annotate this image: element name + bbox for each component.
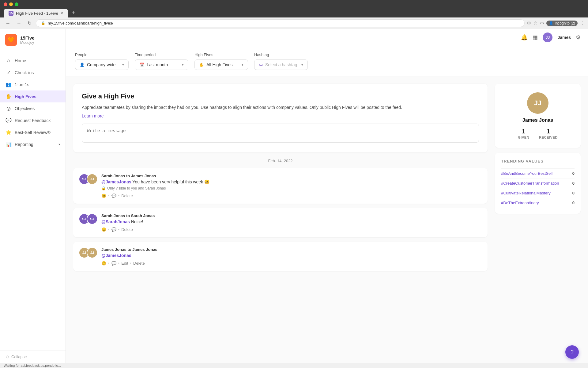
feed-from-to: Sarah Jonas to Sarah Jonas — [101, 213, 482, 218]
side-panel: JJ James Jonas 1 GIVEN 1 RECEIVED — [495, 84, 581, 275]
give-highfive-title: Give a High Five — [82, 92, 479, 100]
highfives-filter-select[interactable]: ✋ All High Fives ▾ — [194, 59, 248, 70]
trending-tag[interactable]: #CreateCustomerTransformation — [501, 181, 559, 186]
feed-body: Sarah Jonas to Sarah Jonas @SarahJonas N… — [101, 213, 482, 232]
comment-icon[interactable]: 💬 — [111, 227, 116, 232]
traffic-light-yellow[interactable] — [9, 2, 13, 6]
trending-tag[interactable]: #BeAndBecomeYourBestSelf — [501, 171, 553, 176]
sidebar-item-label: Check-ins — [15, 70, 34, 75]
address-bar[interactable]: 🔒 my.15five.com/dashboard/high_fives/ — [36, 19, 525, 27]
hashtag-filter-select[interactable]: 🏷 Select a hashtag ▾ — [254, 59, 308, 70]
sidebar-item-requestfeedback[interactable]: 💬 Request Feedback — [0, 114, 66, 126]
sidebar-item-highfives[interactable]: ✋ High Fives — [0, 90, 66, 102]
home-icon: ⌂ — [6, 58, 12, 63]
sidebar-item-reporting[interactable]: 📊 Reporting ▾ — [0, 138, 66, 150]
active-tab[interactable]: 15 High Five Feed · 15Five × — [4, 9, 68, 17]
chevron-down-icon: ▾ — [122, 63, 124, 67]
checkins-icon: ✓ — [6, 70, 12, 75]
to-avatar: SJ — [87, 213, 98, 224]
app-header: 🔔 ▦ JJ James ⚙ — [66, 29, 588, 46]
avatars: SJ SJ — [79, 213, 98, 224]
sidebar-item-checkins[interactable]: ✓ Check-ins — [0, 67, 66, 79]
people-filter-select[interactable]: 👤 Company-wide ▾ — [75, 59, 129, 70]
delete-button[interactable]: Delete — [133, 261, 145, 266]
time-filter-group: Time period 📅 Last month ▾ — [135, 52, 188, 70]
traffic-light-green[interactable] — [15, 2, 18, 6]
new-tab-button[interactable]: + — [69, 9, 77, 17]
sidebar-item-1on1s[interactable]: 👥 1-on-1s — [0, 79, 66, 90]
trending-count: 0 — [572, 191, 575, 195]
trending-title: TRENDING VALUES — [501, 159, 575, 163]
edit-button[interactable]: Edit — [121, 261, 128, 266]
given-stat: 1 GIVEN — [518, 128, 529, 139]
bookmark-icon[interactable]: ☆ — [533, 21, 537, 26]
highfives-filter-label: High Fives — [194, 52, 248, 57]
grid-icon[interactable]: ▦ — [533, 34, 538, 41]
message-input[interactable] — [82, 124, 479, 143]
delete-button[interactable]: Delete — [121, 194, 133, 198]
received-count: 1 — [539, 128, 558, 135]
status-bar: Waiting for api.feedback.us.pendo.io... — [0, 363, 588, 368]
header-username: James — [557, 35, 571, 40]
refresh-button[interactable]: ↻ — [26, 20, 33, 27]
emoji-react-icon[interactable]: 😊 — [101, 261, 106, 266]
main-content: 🔔 ▦ JJ James ⚙ People 👤 Company-wide ▾ T… — [66, 29, 588, 363]
settings-icon[interactable]: ⚙ — [576, 34, 581, 41]
notification-icon[interactable]: 🔔 — [521, 34, 528, 41]
chevron-down-icon: ▾ — [182, 63, 184, 67]
sidebar-item-home[interactable]: ⌂ Home — [0, 55, 66, 67]
learn-more-link[interactable]: Learn more — [82, 113, 104, 118]
give-highfive-description: Appreciate teammates by sharing the impa… — [82, 104, 479, 111]
received-stat: 1 RECEIVED — [539, 128, 558, 139]
extensions-icon[interactable]: ⚙ — [527, 21, 531, 26]
emoji-react-icon[interactable]: 😊 — [101, 194, 106, 198]
back-button[interactable]: ← — [4, 20, 12, 27]
trending-count: 0 — [572, 171, 575, 176]
logo-icon: 🧡 — [5, 34, 17, 46]
url-text: my.15five.com/dashboard/high_fives/ — [48, 21, 113, 25]
sidebar-item-label: 1-on-1s — [15, 82, 29, 87]
help-button[interactable]: ? — [565, 345, 579, 359]
main-panel: Give a High Five Appreciate teammates by… — [73, 84, 488, 275]
comment-icon[interactable]: 💬 — [111, 261, 116, 266]
tab-close-button[interactable]: × — [61, 11, 63, 16]
feed-item: JJ JJ James Jonas to James Jonas @JamesJ… — [73, 242, 488, 271]
comment-icon[interactable]: 💬 — [111, 194, 116, 198]
feed-actions: 😊 • 💬 • Delete — [101, 227, 482, 232]
forward-button[interactable]: → — [15, 20, 23, 27]
feed-body: Sarah Jonas to James Jonas @JamesJonas Y… — [101, 174, 482, 198]
feed-message: @JamesJonas You have been very helpful t… — [101, 179, 482, 184]
trending-tag[interactable]: #CultivateRelationalMastery — [501, 191, 551, 195]
give-highfive-card: Give a High Five Appreciate teammates by… — [73, 84, 488, 152]
avatar[interactable]: JJ — [543, 33, 552, 42]
trending-count: 0 — [572, 181, 575, 186]
feed-body: James Jonas to James Jonas @JamesJonas 😊 — [101, 247, 482, 266]
menu-icon[interactable]: ⋮ — [580, 21, 584, 26]
traffic-light-red[interactable] — [4, 2, 7, 6]
lock-icon: 🔒 — [41, 21, 45, 25]
user-stats: 1 GIVEN 1 RECEIVED — [503, 128, 572, 139]
sidebar-item-label: High Fives — [15, 94, 36, 99]
trending-item: #CreateCustomerTransformation 0 — [501, 178, 575, 188]
time-filter-select[interactable]: 📅 Last month ▾ — [135, 59, 188, 70]
sidebar-item-objectives[interactable]: ◎ Objectives — [0, 102, 66, 114]
collapse-button[interactable]: ⊙ Collapse — [6, 355, 60, 359]
trending-tag[interactable]: #DoTheExtraordinary — [501, 201, 539, 205]
avatars: SJ JJ — [79, 174, 98, 185]
hashtag-icon: 🏷 — [259, 63, 263, 67]
1on1s-icon: 👥 — [6, 82, 12, 87]
sidebar-item-bestself[interactable]: ⭐ Best-Self Review® — [0, 126, 66, 138]
logo-text: 15Five Moodjoy — [20, 35, 35, 45]
tab-favicon: 15 — [9, 11, 13, 16]
chevron-down-icon: ▾ — [242, 63, 243, 67]
sidebar-logo: 🧡 15Five Moodjoy — [0, 29, 66, 51]
browser-chrome: 15 High Five Feed · 15Five × + ← → ↻ 🔒 m… — [0, 0, 588, 29]
trending-count: 0 — [572, 201, 575, 205]
requestfeedback-icon: 💬 — [6, 117, 12, 123]
feed-message: @JamesJonas — [101, 253, 482, 258]
emoji-react-icon[interactable]: 😊 — [101, 227, 106, 232]
people-filter-label: People — [75, 52, 129, 57]
delete-button[interactable]: Delete — [121, 227, 133, 232]
tab-strip-icon[interactable]: ▭ — [540, 21, 544, 26]
highfive-icon: ✋ — [199, 63, 204, 67]
